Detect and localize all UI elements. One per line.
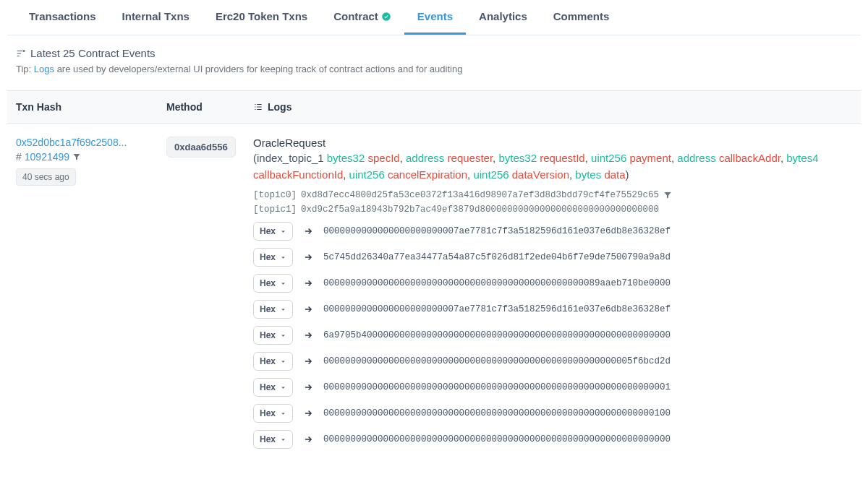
param-type: uint256 <box>349 168 385 181</box>
event-signature: (index_topic_1 bytes32 specId, address r… <box>253 150 852 183</box>
sort-icon <box>16 48 26 59</box>
param-name: specId <box>367 152 399 164</box>
tab-events[interactable]: Events <box>404 0 466 35</box>
format-select[interactable]: Hex <box>253 326 293 345</box>
param-type: bytes4 <box>786 152 818 164</box>
data-line: Hex0000000000000000000000007ae7781c7f3a5… <box>253 222 852 241</box>
table-header: Txn Hash Method Logs <box>7 90 861 124</box>
chevron-down-icon <box>280 384 286 391</box>
param-type: address <box>406 152 444 164</box>
data-value: 0000000000000000000000000000000000000000… <box>323 356 671 366</box>
param-type: bytes32 <box>327 152 365 164</box>
param-name: data <box>604 168 625 181</box>
arrow-right-icon <box>303 278 313 288</box>
chevron-down-icon <box>280 280 286 287</box>
verified-icon <box>381 12 391 22</box>
data-value: 6a9705b400000000000000000000000000000000… <box>323 330 671 340</box>
data-line: Hex0000000000000000000000000000000000000… <box>253 404 852 423</box>
chevron-down-icon <box>280 436 286 443</box>
format-select[interactable]: Hex <box>253 222 293 241</box>
section-title-text: Latest 25 Contract Events <box>30 47 156 59</box>
tip-text: Tip: Logs are used by developers/externa… <box>16 64 852 74</box>
data-value: 0000000000000000000000000000000000000000… <box>323 382 671 392</box>
param-type: address <box>677 152 715 164</box>
block-line: # 10921499 <box>16 151 166 163</box>
arrow-right-icon <box>303 434 313 444</box>
data-line: Hex0000000000000000000000000000000000000… <box>253 352 852 371</box>
tab-internal-txns[interactable]: Internal Txns <box>109 0 203 35</box>
chevron-down-icon <box>280 410 286 417</box>
topic-label: [topic0] <box>253 190 297 200</box>
method-badge: 0xdaa6d556 <box>166 137 236 158</box>
param-name: callbackFunctionId <box>253 168 343 181</box>
header-method: Method <box>166 101 253 113</box>
header-logs: Logs <box>253 101 852 113</box>
tab-transactions[interactable]: Transactions <box>16 0 109 35</box>
param-type: bytes32 <box>498 152 537 164</box>
col-hash: 0x52d0bc1a7f69c2508... # 10921499 40 sec… <box>16 137 166 452</box>
topic-label: [topic1] <box>253 205 297 215</box>
svg-point-0 <box>382 12 391 21</box>
tab-erc20-token-txns[interactable]: Erc20 Token Txns <box>203 0 320 35</box>
format-select[interactable]: Hex <box>253 248 293 267</box>
section-title: Latest 25 Contract Events <box>16 47 852 59</box>
format-select[interactable]: Hex <box>253 404 293 423</box>
arrow-right-icon <box>303 304 313 314</box>
format-select[interactable]: Hex <box>253 430 293 449</box>
tab-comments[interactable]: Comments <box>540 0 623 35</box>
param-name: requestId <box>540 152 585 164</box>
data-line: Hex0000000000000000000000000000000000000… <box>253 430 852 449</box>
section-header: Latest 25 Contract Events Tip: Logs are … <box>7 35 861 77</box>
arrow-right-icon <box>303 330 313 340</box>
txn-hash-link[interactable]: 0x52d0bc1a7f69c2508... <box>16 137 166 148</box>
header-hash: Txn Hash <box>16 101 166 113</box>
tabs-bar: TransactionsInternal TxnsErc20 Token Txn… <box>7 0 861 35</box>
topic-line: [topic1]0xd9c2f5a9a18943b792b7ac49ef3879… <box>253 205 852 215</box>
data-value: 5c745dd26340a77ea34477a54a87c5f026d81f2e… <box>323 252 671 262</box>
col-logs: OracleRequest (index_topic_1 bytes32 spe… <box>253 137 852 452</box>
data-value: 0000000000000000000000000000000000000000… <box>323 278 671 288</box>
data-line: Hex0000000000000000000000007ae7781c7f3a5… <box>253 300 852 319</box>
data-value: 0000000000000000000000007ae7781c7f3a5182… <box>323 226 671 236</box>
topic-value: 0xd8d7ecc4800d25fa53ce0372f13a416d98907a… <box>301 190 659 200</box>
param-name: requester <box>448 152 493 164</box>
chevron-down-icon <box>280 358 286 365</box>
logs-link[interactable]: Logs <box>34 64 54 74</box>
data-line: Hex6a9705b400000000000000000000000000000… <box>253 326 852 345</box>
list-icon <box>253 102 263 112</box>
col-method: 0xdaa6d556 <box>166 137 253 452</box>
format-select[interactable]: Hex <box>253 300 293 319</box>
arrow-right-icon <box>303 356 313 366</box>
arrow-right-icon <box>303 252 313 262</box>
param-type: bytes <box>575 168 601 181</box>
chevron-down-icon <box>280 306 286 313</box>
arrow-right-icon <box>303 382 313 392</box>
topic-value: 0xd9c2f5a9a18943b792b7ac49ef3879d8000000… <box>301 205 659 215</box>
block-link[interactable]: 10921499 <box>25 151 69 163</box>
event-row: 0x52d0bc1a7f69c2508... # 10921499 40 sec… <box>7 124 861 465</box>
data-value: 0000000000000000000000000000000000000000… <box>323 434 671 444</box>
time-badge: 40 secs ago <box>16 168 76 186</box>
chevron-down-icon <box>280 228 286 235</box>
filter-icon[interactable] <box>72 152 81 161</box>
param-type: uint256 <box>591 152 626 164</box>
filter-icon[interactable] <box>663 191 672 199</box>
tab-contract[interactable]: Contract <box>320 0 404 35</box>
chevron-down-icon <box>280 332 286 339</box>
data-line: Hex5c745dd26340a77ea34477a54a87c5f026d81… <box>253 248 852 267</box>
format-select[interactable]: Hex <box>253 274 293 293</box>
param-name: dataVersion <box>512 168 569 181</box>
data-value: 0000000000000000000000000000000000000000… <box>323 408 671 418</box>
format-select[interactable]: Hex <box>253 352 293 371</box>
event-name: OracleRequest <box>253 137 852 149</box>
data-line: Hex0000000000000000000000000000000000000… <box>253 378 852 397</box>
tab-analytics[interactable]: Analytics <box>466 0 540 35</box>
param-name: cancelExpiration <box>388 168 467 181</box>
arrow-right-icon <box>303 226 313 236</box>
chevron-down-icon <box>280 254 286 261</box>
data-value: 0000000000000000000000007ae7781c7f3a5182… <box>323 304 671 314</box>
arrow-right-icon <box>303 408 313 418</box>
data-line: Hex0000000000000000000000000000000000000… <box>253 274 852 293</box>
format-select[interactable]: Hex <box>253 378 293 397</box>
param-name: callbackAddr <box>719 152 780 164</box>
